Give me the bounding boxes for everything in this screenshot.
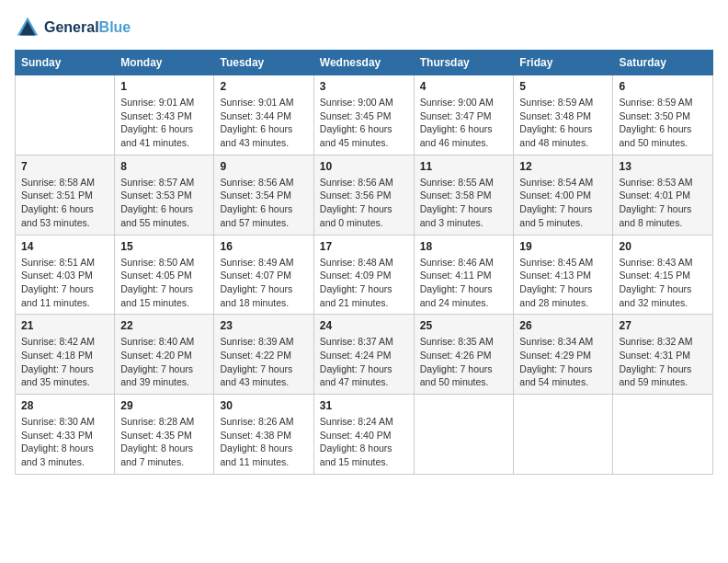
day-number: 15 — [120, 240, 208, 253]
day-number: 7 — [21, 160, 108, 173]
day-number: 8 — [120, 160, 208, 173]
day-info: Sunrise: 8:50 AMSunset: 4:05 PMDaylight:… — [120, 256, 208, 310]
calendar-cell: 8Sunrise: 8:57 AMSunset: 3:53 PMDaylight… — [115, 155, 214, 235]
day-number: 22 — [120, 319, 208, 332]
day-info: Sunrise: 8:30 AMSunset: 4:33 PMDaylight:… — [21, 415, 108, 469]
calendar-cell: 5Sunrise: 8:59 AMSunset: 3:48 PMDaylight… — [514, 75, 613, 155]
day-info: Sunrise: 8:59 AMSunset: 3:50 PMDaylight:… — [619, 96, 707, 150]
day-info: Sunrise: 8:59 AMSunset: 3:48 PMDaylight:… — [519, 96, 607, 150]
logo-icon — [15, 15, 40, 40]
day-info: Sunrise: 9:00 AMSunset: 3:45 PMDaylight:… — [320, 96, 408, 150]
day-number: 20 — [619, 240, 707, 253]
calendar-cell: 10Sunrise: 8:56 AMSunset: 3:56 PMDayligh… — [313, 155, 414, 235]
day-info: Sunrise: 9:01 AMSunset: 3:43 PMDaylight:… — [120, 96, 208, 150]
day-number: 12 — [519, 160, 607, 173]
week-row-4: 21Sunrise: 8:42 AMSunset: 4:18 PMDayligh… — [16, 315, 713, 395]
column-headers: SundayMondayTuesdayWednesdayThursdayFrid… — [16, 51, 713, 75]
day-number: 17 — [320, 240, 408, 253]
column-header-saturday: Saturday — [613, 51, 713, 75]
day-number: 25 — [420, 319, 508, 332]
calendar-cell — [16, 75, 115, 155]
day-number: 24 — [320, 319, 408, 332]
day-info: Sunrise: 8:46 AMSunset: 4:11 PMDaylight:… — [420, 256, 508, 310]
calendar-cell — [514, 395, 613, 475]
calendar-cell: 11Sunrise: 8:55 AMSunset: 3:58 PMDayligh… — [414, 155, 514, 235]
calendar-cell: 13Sunrise: 8:53 AMSunset: 4:01 PMDayligh… — [613, 155, 713, 235]
day-info: Sunrise: 8:58 AMSunset: 3:51 PMDaylight:… — [21, 176, 108, 230]
day-info: Sunrise: 8:54 AMSunset: 4:00 PMDaylight:… — [519, 176, 607, 230]
day-number: 31 — [320, 399, 408, 412]
page-header: GeneralBlue — [15, 15, 713, 40]
day-info: Sunrise: 8:43 AMSunset: 4:15 PMDaylight:… — [619, 256, 707, 310]
day-info: Sunrise: 8:34 AMSunset: 4:29 PMDaylight:… — [519, 335, 607, 389]
calendar-cell: 16Sunrise: 8:49 AMSunset: 4:07 PMDayligh… — [214, 235, 313, 315]
day-number: 18 — [420, 240, 508, 253]
day-number: 6 — [619, 80, 707, 93]
day-info: Sunrise: 9:00 AMSunset: 3:47 PMDaylight:… — [420, 96, 508, 150]
calendar-cell: 15Sunrise: 8:50 AMSunset: 4:05 PMDayligh… — [115, 235, 214, 315]
day-number: 26 — [519, 319, 607, 332]
calendar-cell: 27Sunrise: 8:32 AMSunset: 4:31 PMDayligh… — [613, 315, 713, 395]
day-info: Sunrise: 8:26 AMSunset: 4:38 PMDaylight:… — [220, 415, 307, 469]
day-info: Sunrise: 8:37 AMSunset: 4:24 PMDaylight:… — [320, 335, 408, 389]
day-number: 13 — [619, 160, 707, 173]
day-info: Sunrise: 8:48 AMSunset: 4:09 PMDaylight:… — [320, 256, 408, 310]
column-header-thursday: Thursday — [414, 51, 514, 75]
calendar-cell: 12Sunrise: 8:54 AMSunset: 4:00 PMDayligh… — [514, 155, 613, 235]
column-header-sunday: Sunday — [16, 51, 115, 75]
day-number: 9 — [220, 160, 307, 173]
day-info: Sunrise: 8:24 AMSunset: 4:40 PMDaylight:… — [320, 415, 408, 469]
column-header-friday: Friday — [514, 51, 613, 75]
week-row-5: 28Sunrise: 8:30 AMSunset: 4:33 PMDayligh… — [16, 395, 713, 475]
calendar-cell: 7Sunrise: 8:58 AMSunset: 3:51 PMDaylight… — [16, 155, 115, 235]
day-info: Sunrise: 8:56 AMSunset: 3:56 PMDaylight:… — [320, 176, 408, 230]
day-info: Sunrise: 8:51 AMSunset: 4:03 PMDaylight:… — [21, 256, 108, 310]
day-info: Sunrise: 8:35 AMSunset: 4:26 PMDaylight:… — [420, 335, 508, 389]
calendar-cell: 21Sunrise: 8:42 AMSunset: 4:18 PMDayligh… — [16, 315, 115, 395]
day-info: Sunrise: 8:39 AMSunset: 4:22 PMDaylight:… — [220, 335, 307, 389]
calendar-cell: 20Sunrise: 8:43 AMSunset: 4:15 PMDayligh… — [613, 235, 713, 315]
calendar-cell: 24Sunrise: 8:37 AMSunset: 4:24 PMDayligh… — [313, 315, 414, 395]
calendar-cell: 14Sunrise: 8:51 AMSunset: 4:03 PMDayligh… — [16, 235, 115, 315]
day-number: 4 — [420, 80, 508, 93]
day-info: Sunrise: 8:42 AMSunset: 4:18 PMDaylight:… — [21, 335, 108, 389]
day-info: Sunrise: 8:56 AMSunset: 3:54 PMDaylight:… — [220, 176, 307, 230]
logo-text: GeneralBlue — [44, 19, 131, 36]
day-number: 5 — [519, 80, 607, 93]
day-number: 16 — [220, 240, 307, 253]
day-number: 3 — [320, 80, 408, 93]
day-info: Sunrise: 8:28 AMSunset: 4:35 PMDaylight:… — [120, 415, 208, 469]
day-number: 1 — [120, 80, 208, 93]
calendar-cell: 18Sunrise: 8:46 AMSunset: 4:11 PMDayligh… — [414, 235, 514, 315]
calendar-cell: 23Sunrise: 8:39 AMSunset: 4:22 PMDayligh… — [214, 315, 313, 395]
day-info: Sunrise: 8:45 AMSunset: 4:13 PMDaylight:… — [519, 256, 607, 310]
logo: GeneralBlue — [15, 15, 131, 40]
week-row-2: 7Sunrise: 8:58 AMSunset: 3:51 PMDaylight… — [16, 155, 713, 235]
calendar-cell: 17Sunrise: 8:48 AMSunset: 4:09 PMDayligh… — [313, 235, 414, 315]
calendar-cell: 31Sunrise: 8:24 AMSunset: 4:40 PMDayligh… — [313, 395, 414, 475]
day-info: Sunrise: 8:53 AMSunset: 4:01 PMDaylight:… — [619, 176, 707, 230]
day-number: 30 — [220, 399, 307, 412]
column-header-wednesday: Wednesday — [313, 51, 414, 75]
day-info: Sunrise: 9:01 AMSunset: 3:44 PMDaylight:… — [220, 96, 307, 150]
day-number: 11 — [420, 160, 508, 173]
day-number: 23 — [220, 319, 307, 332]
day-number: 19 — [519, 240, 607, 253]
calendar-cell: 28Sunrise: 8:30 AMSunset: 4:33 PMDayligh… — [16, 395, 115, 475]
calendar-cell — [414, 395, 514, 475]
calendar-cell: 19Sunrise: 8:45 AMSunset: 4:13 PMDayligh… — [514, 235, 613, 315]
column-header-monday: Monday — [115, 51, 214, 75]
calendar-cell: 6Sunrise: 8:59 AMSunset: 3:50 PMDaylight… — [613, 75, 713, 155]
day-info: Sunrise: 8:55 AMSunset: 3:58 PMDaylight:… — [420, 176, 508, 230]
day-number: 10 — [320, 160, 408, 173]
calendar-cell: 4Sunrise: 9:00 AMSunset: 3:47 PMDaylight… — [414, 75, 514, 155]
day-info: Sunrise: 8:40 AMSunset: 4:20 PMDaylight:… — [120, 335, 208, 389]
calendar-cell: 30Sunrise: 8:26 AMSunset: 4:38 PMDayligh… — [214, 395, 313, 475]
calendar-cell: 1Sunrise: 9:01 AMSunset: 3:43 PMDaylight… — [115, 75, 214, 155]
day-number: 28 — [21, 399, 108, 412]
day-number: 21 — [21, 319, 108, 332]
day-number: 14 — [21, 240, 108, 253]
calendar-cell: 29Sunrise: 8:28 AMSunset: 4:35 PMDayligh… — [115, 395, 214, 475]
calendar-cell: 26Sunrise: 8:34 AMSunset: 4:29 PMDayligh… — [514, 315, 613, 395]
week-row-1: 1Sunrise: 9:01 AMSunset: 3:43 PMDaylight… — [16, 75, 713, 155]
